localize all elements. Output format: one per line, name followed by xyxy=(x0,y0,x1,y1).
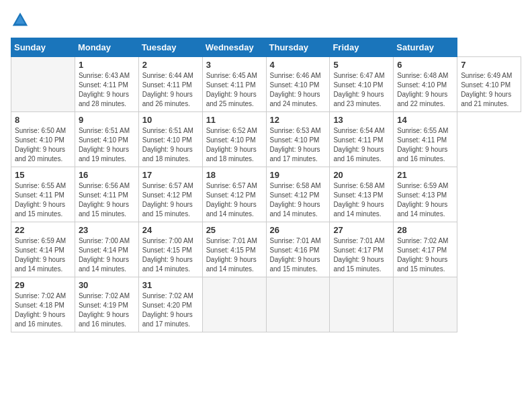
calendar-day: 23Sunrise: 7:00 AMSunset: 4:14 PMDayligh… xyxy=(75,222,138,277)
header-row: SundayMondayTuesdayWednesdayThursdayFrid… xyxy=(11,38,521,57)
calendar-day: 26Sunrise: 7:01 AMSunset: 4:16 PMDayligh… xyxy=(266,222,330,277)
day-number: 13 xyxy=(333,115,390,125)
calendar-day xyxy=(202,277,266,332)
calendar-table: SundayMondayTuesdayWednesdayThursdayFrid… xyxy=(11,38,521,332)
day-info: Sunrise: 6:57 AMSunset: 4:12 PMDaylight:… xyxy=(206,181,263,219)
day-number: 30 xyxy=(79,280,135,290)
calendar-day: 10Sunrise: 6:51 AMSunset: 4:10 PMDayligh… xyxy=(138,112,202,167)
day-number: 11 xyxy=(206,115,263,125)
day-number: 6 xyxy=(397,60,453,70)
calendar-day: 24Sunrise: 7:00 AMSunset: 4:15 PMDayligh… xyxy=(138,222,202,277)
day-number: 3 xyxy=(206,60,263,70)
day-info: Sunrise: 6:58 AMSunset: 4:12 PMDaylight:… xyxy=(270,181,326,219)
calendar-day: 19Sunrise: 6:58 AMSunset: 4:12 PMDayligh… xyxy=(266,167,330,222)
calendar-day: 15Sunrise: 6:55 AMSunset: 4:11 PMDayligh… xyxy=(11,167,75,222)
day-info: Sunrise: 6:54 AMSunset: 4:11 PMDaylight:… xyxy=(333,126,390,164)
day-number: 24 xyxy=(142,225,199,235)
day-number: 23 xyxy=(79,225,135,235)
day-info: Sunrise: 7:01 AMSunset: 4:16 PMDaylight:… xyxy=(270,236,326,274)
day-number: 22 xyxy=(15,225,71,235)
day-info: Sunrise: 6:59 AMSunset: 4:14 PMDaylight:… xyxy=(15,236,71,274)
day-info: Sunrise: 6:48 AMSunset: 4:10 PMDaylight:… xyxy=(397,71,453,109)
day-number: 20 xyxy=(333,170,390,180)
weekday-header: Monday xyxy=(75,38,138,57)
day-info: Sunrise: 6:49 AMSunset: 4:10 PMDaylight:… xyxy=(461,71,517,109)
calendar-day: 5Sunrise: 6:47 AMSunset: 4:10 PMDaylight… xyxy=(330,57,394,112)
day-number: 28 xyxy=(397,225,453,235)
day-number: 15 xyxy=(15,170,71,180)
day-info: Sunrise: 6:55 AMSunset: 4:11 PMDaylight:… xyxy=(15,181,71,219)
day-number: 12 xyxy=(270,115,326,125)
day-info: Sunrise: 6:59 AMSunset: 4:13 PMDaylight:… xyxy=(397,181,453,219)
calendar-day: 14Sunrise: 6:55 AMSunset: 4:11 PMDayligh… xyxy=(394,112,457,167)
weekday-header: Sunday xyxy=(11,38,75,57)
calendar-body: 1Sunrise: 6:43 AMSunset: 4:11 PMDaylight… xyxy=(11,57,521,332)
day-number: 5 xyxy=(333,60,390,70)
weekday-header: Saturday xyxy=(394,38,457,57)
weekday-header: Thursday xyxy=(266,38,330,57)
day-number: 17 xyxy=(142,170,199,180)
calendar-day: 22Sunrise: 6:59 AMSunset: 4:14 PMDayligh… xyxy=(11,222,75,277)
calendar-day: 16Sunrise: 6:56 AMSunset: 4:11 PMDayligh… xyxy=(75,167,138,222)
day-number: 7 xyxy=(461,60,517,70)
calendar-day xyxy=(266,277,330,332)
calendar-day xyxy=(394,277,457,332)
day-info: Sunrise: 6:51 AMSunset: 4:10 PMDaylight:… xyxy=(142,126,199,164)
calendar-day: 1Sunrise: 6:43 AMSunset: 4:11 PMDaylight… xyxy=(75,57,138,112)
calendar-day: 11Sunrise: 6:52 AMSunset: 4:10 PMDayligh… xyxy=(202,112,266,167)
calendar-day: 8Sunrise: 6:50 AMSunset: 4:10 PMDaylight… xyxy=(11,112,75,167)
day-number: 21 xyxy=(397,170,453,180)
calendar-day: 27Sunrise: 7:01 AMSunset: 4:17 PMDayligh… xyxy=(330,222,394,277)
day-number: 16 xyxy=(79,170,135,180)
weekday-header: Wednesday xyxy=(202,38,266,57)
weekday-header: Tuesday xyxy=(138,38,202,57)
day-info: Sunrise: 6:56 AMSunset: 4:11 PMDaylight:… xyxy=(79,181,135,219)
day-info: Sunrise: 6:52 AMSunset: 4:10 PMDaylight:… xyxy=(206,126,263,164)
calendar-day: 18Sunrise: 6:57 AMSunset: 4:12 PMDayligh… xyxy=(202,167,266,222)
calendar-day: 3Sunrise: 6:45 AMSunset: 4:11 PMDaylight… xyxy=(202,57,266,112)
day-info: Sunrise: 6:57 AMSunset: 4:12 PMDaylight:… xyxy=(142,181,199,219)
calendar-day: 12Sunrise: 6:53 AMSunset: 4:10 PMDayligh… xyxy=(266,112,330,167)
day-info: Sunrise: 7:01 AMSunset: 4:15 PMDaylight:… xyxy=(206,236,263,274)
day-info: Sunrise: 6:58 AMSunset: 4:13 PMDaylight:… xyxy=(333,181,390,219)
day-info: Sunrise: 7:02 AMSunset: 4:17 PMDaylight:… xyxy=(397,236,453,274)
day-info: Sunrise: 7:02 AMSunset: 4:18 PMDaylight:… xyxy=(15,291,71,329)
day-info: Sunrise: 6:53 AMSunset: 4:10 PMDaylight:… xyxy=(270,126,326,164)
calendar-day: 9Sunrise: 6:51 AMSunset: 4:10 PMDaylight… xyxy=(75,112,138,167)
day-number: 26 xyxy=(270,225,326,235)
day-number: 1 xyxy=(79,60,135,70)
day-info: Sunrise: 6:47 AMSunset: 4:10 PMDaylight:… xyxy=(333,71,390,109)
calendar-day: 13Sunrise: 6:54 AMSunset: 4:11 PMDayligh… xyxy=(330,112,394,167)
day-number: 9 xyxy=(79,115,135,125)
calendar-day: 4Sunrise: 6:46 AMSunset: 4:10 PMDaylight… xyxy=(266,57,330,112)
day-number: 14 xyxy=(397,115,453,125)
calendar-day: 7Sunrise: 6:49 AMSunset: 4:10 PMDaylight… xyxy=(457,57,521,112)
day-number: 29 xyxy=(15,280,71,290)
day-number: 4 xyxy=(270,60,326,70)
calendar-week-row: 29Sunrise: 7:02 AMSunset: 4:18 PMDayligh… xyxy=(11,277,521,332)
day-number: 25 xyxy=(206,225,263,235)
calendar-day: 2Sunrise: 6:44 AMSunset: 4:11 PMDaylight… xyxy=(138,57,202,112)
day-info: Sunrise: 7:01 AMSunset: 4:17 PMDaylight:… xyxy=(333,236,390,274)
calendar-day: 30Sunrise: 7:02 AMSunset: 4:19 PMDayligh… xyxy=(75,277,138,332)
day-info: Sunrise: 6:43 AMSunset: 4:11 PMDaylight:… xyxy=(79,71,135,109)
weekday-header: Friday xyxy=(330,38,394,57)
calendar-day: 20Sunrise: 6:58 AMSunset: 4:13 PMDayligh… xyxy=(330,167,394,222)
day-number: 2 xyxy=(142,60,199,70)
day-info: Sunrise: 7:00 AMSunset: 4:15 PMDaylight:… xyxy=(142,236,199,274)
calendar-day xyxy=(330,277,394,332)
day-number: 27 xyxy=(333,225,390,235)
logo-icon xyxy=(11,11,30,30)
day-number: 19 xyxy=(270,170,326,180)
day-info: Sunrise: 6:55 AMSunset: 4:11 PMDaylight:… xyxy=(397,126,453,164)
calendar-day: 31Sunrise: 7:02 AMSunset: 4:20 PMDayligh… xyxy=(138,277,202,332)
calendar-week-row: 15Sunrise: 6:55 AMSunset: 4:11 PMDayligh… xyxy=(11,167,521,222)
page-header xyxy=(11,11,521,30)
day-info: Sunrise: 6:45 AMSunset: 4:11 PMDaylight:… xyxy=(206,71,263,109)
calendar-week-row: 22Sunrise: 6:59 AMSunset: 4:14 PMDayligh… xyxy=(11,222,521,277)
empty-day xyxy=(11,57,75,112)
calendar-week-row: 8Sunrise: 6:50 AMSunset: 4:10 PMDaylight… xyxy=(11,112,521,167)
calendar-day: 29Sunrise: 7:02 AMSunset: 4:18 PMDayligh… xyxy=(11,277,75,332)
calendar-day: 6Sunrise: 6:48 AMSunset: 4:10 PMDaylight… xyxy=(394,57,457,112)
day-info: Sunrise: 7:02 AMSunset: 4:19 PMDaylight:… xyxy=(79,291,135,329)
